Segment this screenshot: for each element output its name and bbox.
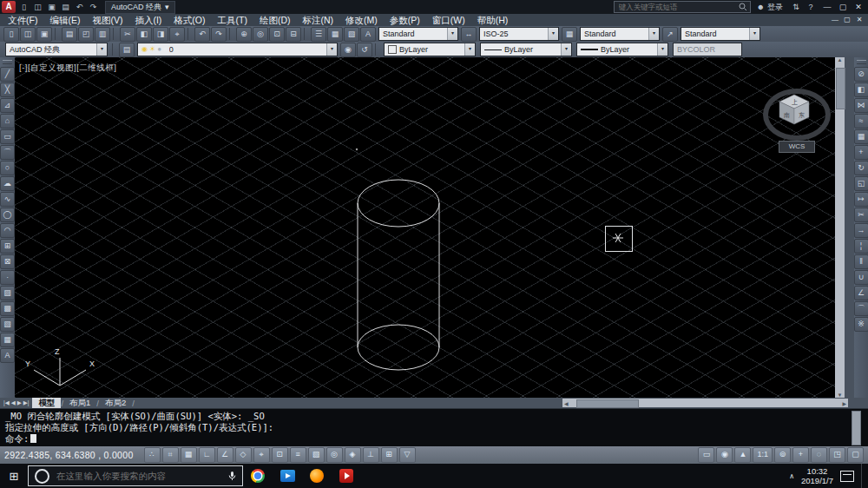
open-icon[interactable]: ◫ xyxy=(20,27,36,42)
workspace-selector[interactable]: AutoCAD 经典 ▾ xyxy=(105,1,175,14)
multiline-text-icon[interactable]: A xyxy=(0,348,15,363)
taskbar-clock[interactable]: 10:32 2019/1/7 xyxy=(801,466,833,485)
table-style-select[interactable]: Standard ▾ xyxy=(580,27,660,41)
linetype-select[interactable]: ByLayer ▾ xyxy=(480,43,572,56)
plot-icon[interactable]: ▤ xyxy=(62,27,77,42)
layer-lock-icon[interactable]: ● xyxy=(157,44,161,55)
text-style-select[interactable]: Standard ▾ xyxy=(378,27,458,41)
zoom-realtime-icon[interactable]: ◎ xyxy=(253,27,268,42)
circle-icon[interactable]: ○ xyxy=(0,161,15,175)
menu-item[interactable]: 视图(V) xyxy=(86,14,128,26)
tray-chevron-up-icon[interactable]: ∧ xyxy=(789,472,794,480)
vertical-scroll-thumb[interactable] xyxy=(836,68,845,109)
3d-object-snap-icon[interactable]: ◈ xyxy=(345,447,361,463)
tab-模型[interactable]: 模型 xyxy=(32,398,61,408)
save-icon[interactable]: ▣ xyxy=(36,27,52,42)
gradient-icon[interactable]: ▩ xyxy=(0,301,15,316)
menu-item[interactable]: 绘图(D) xyxy=(253,14,297,26)
layer-color-icon[interactable]: ■ xyxy=(163,44,168,55)
maximize-icon[interactable]: ▢ xyxy=(835,1,851,13)
object-color-select[interactable]: ByLayer ▾ xyxy=(384,43,476,56)
ellipse-arc-icon[interactable]: ◠ xyxy=(0,223,15,238)
layer-on-icon[interactable]: ◉ xyxy=(141,44,148,55)
join-icon[interactable]: ∪ xyxy=(854,270,868,285)
insert-block-icon[interactable]: ⊞ xyxy=(0,239,15,254)
signin-button[interactable]: ☻ 登录 xyxy=(753,2,787,13)
spline-icon[interactable]: ∿ xyxy=(0,192,15,207)
stretch-icon[interactable]: ↦ xyxy=(854,192,868,207)
workspace-switching-icon[interactable]: ⊚ xyxy=(774,447,791,463)
clean-screen-icon[interactable]: ▢ xyxy=(847,447,864,463)
mirror-icon[interactable]: ⋈ xyxy=(854,98,868,113)
chrome-taskbar-button[interactable] xyxy=(243,464,273,488)
plot-preview-icon[interactable]: ◰ xyxy=(78,27,94,42)
chevron-down-icon[interactable]: ▾ xyxy=(326,43,337,56)
microphone-icon[interactable] xyxy=(228,471,236,481)
first-tab-icon[interactable]: |◀ xyxy=(3,399,10,406)
move-icon[interactable]: + xyxy=(854,145,868,160)
chevron-down-icon[interactable]: ▾ xyxy=(96,43,107,56)
break-icon[interactable]: ‖ xyxy=(854,254,868,269)
undo-icon[interactable]: ↶ xyxy=(194,27,210,42)
publish-icon[interactable]: ▥ xyxy=(95,27,110,42)
taskbar-search[interactable] xyxy=(28,465,243,486)
workspace-select[interactable]: AutoCAD 经典 ▾ xyxy=(5,43,108,56)
copy-clip-icon[interactable]: ◧ xyxy=(136,27,152,42)
redo-icon[interactable]: ↷ xyxy=(211,27,227,42)
isometric-drafting-icon[interactable]: ◇ xyxy=(235,447,252,463)
action-center-icon[interactable] xyxy=(840,471,854,482)
menu-item[interactable]: 文件(F) xyxy=(2,14,43,26)
dim-style-select[interactable]: ISO-25 ▾ xyxy=(479,27,559,41)
polyline-icon[interactable]: ⊿ xyxy=(0,98,15,113)
match-properties-icon[interactable]: ⌖ xyxy=(169,27,185,42)
video-player-taskbar-button[interactable] xyxy=(273,464,302,488)
dynamic-ucs-icon[interactable]: ⊥ xyxy=(363,447,379,463)
tool-palettes-icon[interactable]: ▧ xyxy=(344,27,359,42)
offset-icon[interactable]: ≈ xyxy=(854,114,868,129)
pan-realtime-icon[interactable]: ⊕ xyxy=(236,27,252,42)
firefox-taskbar-button[interactable] xyxy=(302,464,332,488)
cortana-icon[interactable] xyxy=(35,469,49,484)
annotation-scale-button[interactable]: 1:1 xyxy=(753,447,773,463)
ellipse-icon[interactable]: ◯ xyxy=(0,208,15,222)
revision-cloud-icon[interactable]: ☁ xyxy=(0,176,15,191)
hatch-icon[interactable]: ▨ xyxy=(0,286,15,300)
lineweight-display-icon[interactable]: ≡ xyxy=(290,447,306,463)
snap-mode-icon[interactable]: ⌗ xyxy=(162,447,179,463)
ortho-mode-icon[interactable]: ∟ xyxy=(199,447,215,463)
command-line-panel[interactable]: _MO 闭合轮廓创建模式 [实体(SO)/曲面(SU)] <实体>: _SO指定… xyxy=(0,408,868,451)
layer-freeze-icon[interactable]: ☀ xyxy=(149,44,155,55)
last-tab-icon[interactable]: ▶| xyxy=(23,399,30,406)
text-style-icon[interactable]: A xyxy=(360,27,376,42)
annotation-autoscale-icon[interactable]: ▲ xyxy=(734,447,751,463)
qat-undo-icon[interactable]: ↶ xyxy=(73,1,86,13)
polygon-icon[interactable]: ⌂ xyxy=(0,114,15,129)
erase-icon[interactable]: ⊘ xyxy=(854,67,868,82)
construction-line-icon[interactable]: ╳ xyxy=(0,82,15,97)
qat-plot-icon[interactable]: ▤ xyxy=(59,1,72,13)
scroll-right-icon[interactable]: ▶ xyxy=(842,400,846,406)
rectangle-icon[interactable]: ▭ xyxy=(0,129,15,144)
chevron-down-icon[interactable]: ▾ xyxy=(648,28,659,40)
chevron-down-icon[interactable]: ▾ xyxy=(548,28,558,40)
properties-palette-icon[interactable]: ☰ xyxy=(311,27,326,42)
make-object-layer-current-icon[interactable]: ◉ xyxy=(340,43,356,57)
close-icon[interactable]: ✕ xyxy=(851,1,866,13)
show-desktop-button[interactable] xyxy=(861,464,866,488)
menu-item[interactable]: 格式(O) xyxy=(168,14,211,26)
help-search[interactable] xyxy=(614,1,751,13)
toolbar-grip[interactable] xyxy=(3,60,12,64)
layer-previous-icon[interactable]: ↺ xyxy=(357,43,372,57)
chamfer-icon[interactable]: ∠ xyxy=(854,286,868,300)
qat-new-icon[interactable]: ▯ xyxy=(17,1,30,13)
rotate-icon[interactable]: ↻ xyxy=(854,161,868,175)
next-tab-icon[interactable]: ▶ xyxy=(17,399,22,406)
chevron-down-icon[interactable]: ▾ xyxy=(657,43,667,56)
tab-布局1[interactable]: 布局1 xyxy=(63,398,96,408)
extend-icon[interactable]: → xyxy=(854,223,868,238)
coordinates-readout[interactable]: 2922.4385, 634.6380 , 0.0000 xyxy=(4,450,134,460)
start-button[interactable]: ⊞ xyxy=(0,464,28,488)
layer-select[interactable]: ◉☀●■ 0 ▾ xyxy=(137,43,338,56)
hardware-acceleration-icon[interactable]: ◳ xyxy=(829,447,845,463)
table-icon[interactable]: ▦ xyxy=(0,333,15,347)
